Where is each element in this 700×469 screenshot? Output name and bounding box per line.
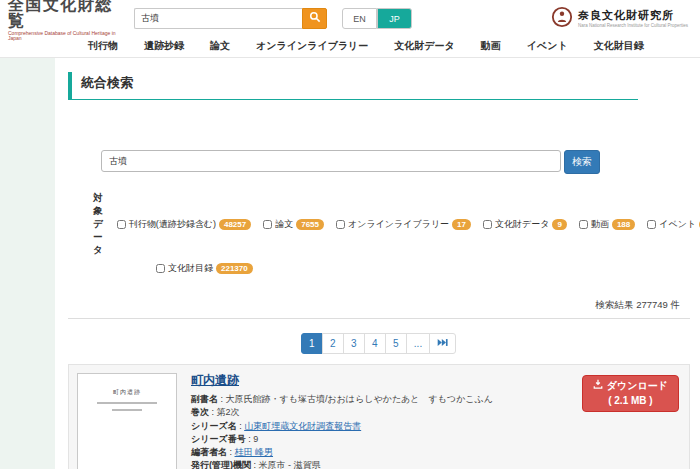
result-info: 町内遺跡 副書名大原氏館跡・すも塚古墳/おおはらしやかたあと すもつかこふん 巻… — [191, 373, 493, 469]
page-button-1[interactable]: 1 — [301, 333, 323, 354]
target-data-filters: 対象データ 刊行物(遺跡抄録含む) 48257 論文 7655 オンラインライブ… — [93, 192, 690, 275]
filter-publications-checkbox[interactable] — [117, 220, 126, 229]
content-container: 統合検索 検索 対象データ 刊行物(遺跡抄録含む) 48257 論文 7655 — [55, 58, 700, 469]
search-button[interactable]: 検索 — [564, 150, 600, 174]
filter-events-checkbox[interactable] — [647, 220, 656, 229]
nav-item-online-library[interactable]: オンラインライブラリー — [256, 39, 368, 53]
institute-name: 奈良文化財研究所 — [578, 10, 688, 21]
report-thumbnail[interactable]: 町内遺跡 — [77, 373, 177, 469]
nav-item-site-abstracts[interactable]: 遺跡抄録 — [144, 39, 184, 53]
page-button-5[interactable]: 5 — [385, 333, 407, 354]
header-search — [134, 8, 327, 29]
count-badge: 9 — [552, 219, 566, 230]
count-badge: 221370 — [216, 263, 253, 274]
nav-item-videos[interactable]: 動画 — [481, 39, 501, 53]
filter-events[interactable]: イベント 253 — [647, 218, 700, 231]
filter-videos-checkbox[interactable] — [579, 220, 588, 229]
page-title: 統合検索 — [68, 72, 638, 100]
filter-publications[interactable]: 刊行物(遺跡抄録含む) 48257 — [117, 218, 251, 231]
results-count: 277749 — [636, 299, 668, 310]
nav-item-publications[interactable]: 刊行物 — [88, 39, 118, 53]
field-value: 米原市 - 滋賀県 — [259, 460, 321, 469]
search-icon — [309, 11, 321, 26]
filter-online-library-checkbox[interactable] — [336, 220, 345, 229]
count-badge: 48257 — [219, 219, 251, 230]
filters-label: 対象データ — [93, 192, 103, 257]
result-item: 町内遺跡 町内遺跡 副書名大原氏館跡・すも塚古墳/おおはらしやかたあと すもつか… — [68, 364, 690, 469]
search-input[interactable] — [101, 150, 561, 172]
integrated-search-form: 検索 — [101, 150, 690, 174]
field-value: 第2次 — [217, 407, 240, 417]
nav-item-heritage-data[interactable]: 文化財データ — [394, 39, 454, 53]
last-page-button[interactable] — [429, 333, 456, 354]
lang-jp-button[interactable]: JP — [377, 8, 412, 29]
download-icon — [593, 379, 603, 394]
author-link[interactable]: 桂田 峰男 — [235, 447, 274, 457]
filter-heritage-data[interactable]: 文化財データ 9 — [483, 218, 567, 231]
divider — [68, 318, 690, 319]
header-search-input[interactable] — [134, 8, 302, 29]
field-value: 大原氏館跡・すも塚古墳/おおはらしやかたあと すもつかこふん — [226, 394, 494, 404]
lang-en-button[interactable]: EN — [342, 8, 377, 29]
language-toggle: EN JP — [342, 8, 412, 29]
site-logo[interactable]: 全国文化財総覧 Comprehensive Database of Cultur… — [8, 0, 128, 41]
filter-heritage-catalog-checkbox[interactable] — [156, 264, 165, 273]
result-title-link[interactable]: 町内遺跡 — [191, 373, 239, 388]
filter-articles[interactable]: 論文 7655 — [263, 218, 324, 231]
series-name-link[interactable]: 山東町埋蔵文化財調査報告書 — [244, 421, 361, 431]
site-logo-title: 全国文化財総覧 — [8, 0, 128, 29]
filter-heritage-data-checkbox[interactable] — [483, 220, 492, 229]
page-button-3[interactable]: 3 — [343, 333, 365, 354]
nav-item-events[interactable]: イベント — [527, 39, 568, 53]
nav-item-heritage-catalog[interactable]: 文化財目録 — [594, 39, 644, 53]
institute-subtitle: Nara National Research Institute for Cul… — [578, 23, 688, 28]
page-button-2[interactable]: 2 — [322, 333, 344, 354]
filter-online-library[interactable]: オンラインライブラリー 17 — [336, 218, 471, 231]
institute-emblem-icon — [551, 6, 573, 32]
field-value: 9 — [253, 434, 258, 444]
filter-articles-checkbox[interactable] — [263, 220, 272, 229]
site-header: 全国文化財総覧 Comprehensive Database of Cultur… — [0, 0, 700, 58]
cover-decoration — [112, 409, 142, 411]
page-ellipsis: ... — [406, 333, 430, 354]
result-buttons: ダウンロード ( 2.1 MB ) — [582, 375, 679, 412]
main-area: 統合検索 検索 対象データ 刊行物(遺跡抄録含む) 48257 論文 7655 — [0, 58, 700, 469]
page-button-4[interactable]: 4 — [364, 333, 386, 354]
count-badge: 188 — [612, 219, 635, 230]
pagination: 1 2 3 4 5 ... — [68, 333, 690, 354]
filter-heritage-catalog[interactable]: 文化財目録 221370 — [156, 262, 253, 275]
results-summary: 検索結果 277749 件 — [68, 299, 690, 312]
download-button[interactable]: ダウンロード ( 2.1 MB ) — [582, 375, 679, 412]
cover-decoration — [97, 402, 157, 404]
nav-item-articles[interactable]: 論文 — [210, 39, 230, 53]
filter-videos[interactable]: 動画 188 — [579, 218, 635, 231]
last-page-icon — [437, 338, 448, 349]
header-search-button[interactable] — [302, 8, 327, 29]
count-badge: 7655 — [296, 219, 324, 230]
institute-logo[interactable]: 奈良文化財研究所 Nara National Research Institut… — [551, 6, 688, 32]
count-badge: 17 — [452, 219, 471, 230]
cover-title: 町内遺跡 — [78, 388, 176, 397]
download-size: ( 2.1 MB ) — [593, 394, 668, 409]
header-top-row: 全国文化財総覧 Comprehensive Database of Cultur… — [0, 0, 700, 34]
